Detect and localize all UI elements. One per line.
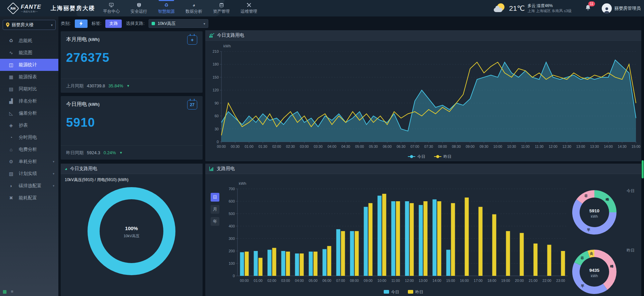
trend-down-icon[interactable]: ▼	[126, 84, 130, 88]
nav-item-data-analysis[interactable]: ◕ 数据分析	[185, 0, 203, 16]
svg-text:200: 200	[229, 249, 235, 253]
topbar: 凤特 FANTE 一系统与未来/一 上海丽婴房大楼 平台中心 安全运行	[0, 0, 644, 16]
legend-item[interactable]: 昨日	[434, 154, 451, 159]
monitor-icon	[109, 2, 114, 8]
location-pin-icon	[6, 23, 10, 27]
donut-subtitle: 10kV高压(5910) / 用电(5910) (kWh)	[65, 177, 128, 183]
building-selector[interactable]: 丽婴房大楼 ▾	[3, 20, 56, 30]
weather-condition: 多云 湿度46%	[528, 3, 572, 8]
svg-text:昨日: 昨日	[443, 154, 451, 159]
svg-text:180: 180	[213, 62, 219, 66]
svg-text:今日: 今日	[417, 154, 425, 159]
sidebar-item-energy-flow[interactable]: ∿ 能流图	[0, 47, 58, 59]
user-menu[interactable]: 丽婴房管理员	[602, 3, 641, 13]
toggle-year[interactable]: 年	[211, 217, 219, 226]
svg-text:06:00: 06:00	[322, 279, 331, 283]
sidebar-item-carbon-config[interactable]: ◗ 碳排放配置 ▾	[0, 180, 58, 192]
weather-location: 上海 上海城区 东南风 ≤3级	[528, 8, 572, 13]
sidebar-item-fee-analysis[interactable]: ⌂ 电费分析	[0, 143, 58, 156]
legend-item[interactable]: 今日	[408, 154, 425, 159]
card-title: 本月用电	[66, 36, 87, 42]
sidebar-item-period-compare[interactable]: ▤ 同期对比	[0, 83, 58, 95]
sidebar-item-meter-reading[interactable]: ◈ 抄表	[0, 119, 58, 131]
svg-text:150: 150	[213, 75, 219, 79]
branch-select[interactable]: 10kV高压 ▾	[149, 19, 208, 28]
date-calendar-icon[interactable]: 27	[187, 100, 197, 110]
svg-text:08:30: 08:30	[452, 144, 461, 149]
svg-text:700: 700	[229, 187, 235, 191]
building-name: 丽婴房大楼	[12, 22, 49, 28]
page-scrollbar	[641, 16, 644, 296]
nav-item-asset-management[interactable]: 资产管理	[212, 0, 230, 16]
temperature: 21℃	[509, 4, 525, 12]
nav-label: 运维管理	[240, 9, 257, 14]
legend-item[interactable]: 今日	[384, 290, 399, 294]
scrollbar-thumb[interactable]	[642, 160, 644, 178]
brand: 凤特 FANTE 一系统与未来/一 上海丽婴房大楼	[0, 4, 95, 13]
toggle-day[interactable]: 日	[211, 193, 219, 202]
electricity-category-button[interactable]	[75, 19, 88, 28]
chevron-down-icon: ▾	[53, 184, 54, 187]
toggle-month[interactable]: 月	[211, 205, 219, 214]
svg-text:平: 平	[581, 284, 584, 288]
svg-text:01:00: 01:00	[245, 144, 253, 149]
bottom-menu-icon[interactable]: ≡	[11, 289, 13, 294]
svg-text:07:30: 07:30	[424, 144, 433, 149]
svg-text:08:00: 08:00	[350, 279, 359, 283]
nav-item-smart-energy[interactable]: ♻ 智慧能源	[157, 0, 175, 16]
pie-chart-icon: ◕	[65, 166, 67, 171]
user-name: 丽婴房管理员	[614, 5, 641, 11]
sidebar-item-energy-stats[interactable]: ◫ 能源统计	[0, 59, 58, 71]
bottom-grid-icon[interactable]: ▩	[3, 289, 7, 294]
chevron-down-icon: ▾	[204, 22, 205, 26]
bar-chart: 0100200300400500600700kWh00:0001:0002:00…	[219, 174, 574, 296]
sidebar-item-total-energy[interactable]: ♻ 总能耗	[0, 35, 58, 47]
sidebar-item-energy-config[interactable]: ✖ 能耗配置	[0, 192, 58, 204]
branch-color-dot	[152, 22, 155, 25]
branch-bar-panel: 支路用电 日 月 年 0100200300400500600700kWh00:0…	[205, 164, 641, 296]
svg-text:13:00: 13:00	[419, 279, 427, 283]
svg-text:13:00: 13:00	[576, 144, 585, 149]
svg-text:05:00: 05:00	[355, 144, 364, 149]
card-unit: (kWh)	[88, 102, 99, 107]
svg-text:120: 120	[213, 88, 219, 92]
nav-item-platform-center[interactable]: 平台中心	[102, 0, 120, 16]
today-branch-line-panel: 今日支路用电 0306090120150180210kWh00:0000:300…	[205, 30, 641, 161]
sidebar-item-plan-actual[interactable]: ▧ 计划实绩 ▾	[0, 168, 58, 180]
svg-text:300: 300	[229, 237, 235, 241]
svg-text:03:00: 03:00	[300, 144, 309, 149]
legend-item[interactable]: 昨日	[408, 290, 423, 294]
sidebar-item-ranking-analysis[interactable]: ▟ 排名分析	[0, 95, 58, 107]
weather-widget: 21℃ 多云 湿度46% 上海 上海城区 东南风 ≤3级	[494, 3, 572, 14]
svg-text:12:00: 12:00	[549, 144, 557, 149]
sidebar-item-energy-report[interactable]: ▦ 能源报表	[0, 71, 58, 83]
notifications-bell[interactable]: 11	[585, 4, 591, 12]
svg-text:09:00: 09:00	[466, 144, 474, 149]
tou-donut-yesterday: 峰平谷尖 9435 kWh	[568, 248, 621, 295]
nav-label: 资产管理	[213, 9, 230, 14]
svg-text:11:00: 11:00	[521, 144, 530, 149]
svg-text:500: 500	[229, 212, 235, 216]
today-value: 5910	[66, 116, 95, 130]
svg-text:05:00: 05:00	[309, 279, 317, 283]
svg-text:10:30: 10:30	[507, 144, 516, 149]
add-calendar-icon[interactable]: +	[187, 35, 197, 45]
svg-text:02:00: 02:00	[267, 279, 276, 283]
nav-item-ops-management[interactable]: 运维管理	[240, 0, 258, 16]
sidebar-item-unit-consumption[interactable]: ⚙ 单耗分析 ▾	[0, 156, 58, 168]
trend-down-icon[interactable]: ▼	[119, 151, 123, 155]
today-branch-donut-panel: ◕ 今日支路用电 10kV高压(5910) / 用电(5910) (kWh) 1…	[61, 164, 203, 296]
tag-label: 标签:	[92, 20, 102, 27]
svg-text:04:30: 04:30	[341, 144, 350, 149]
sidebar-item-time-of-use[interactable]: ◔ 分时用电	[0, 131, 58, 143]
svg-text:60: 60	[215, 114, 219, 118]
energy-stats-icon: ◫	[8, 62, 14, 68]
branch-tag-button[interactable]: 支路	[105, 19, 122, 28]
nav-item-safety-operation[interactable]: 安全运行	[130, 0, 148, 16]
svg-text:09:30: 09:30	[480, 144, 488, 149]
line-chart: 0306090120150180210kWh00:0000:3001:0001:…	[205, 41, 641, 161]
fante-logo-icon: 凤特	[7, 2, 19, 14]
app-root: 凤特 FANTE 一系统与未来/一 上海丽婴房大楼 平台中心 安全运行	[0, 0, 644, 296]
sidebar-item-deviation-analysis[interactable]: ◺ 偏差分析	[0, 107, 58, 119]
compare-value: 430739.8	[87, 83, 105, 88]
